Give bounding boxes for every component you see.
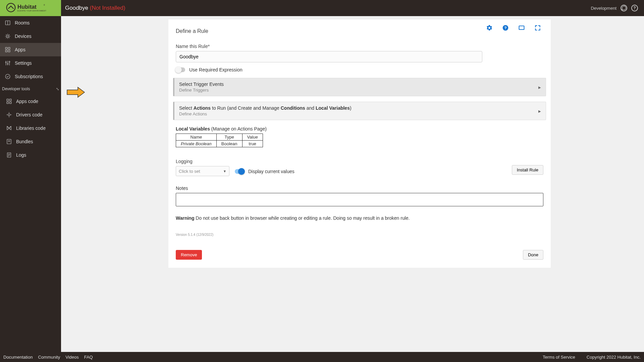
table-row: Private Boolean Boolean true (176, 141, 263, 147)
local-vars-title: Local Variables (176, 126, 210, 132)
logging-label: Logging (176, 159, 229, 164)
svg-line-12 (9, 37, 9, 38)
devices-icon (5, 33, 11, 39)
sidebar-item-apps[interactable]: Apps (0, 43, 61, 56)
sidebar-item-libraries-code[interactable]: Libraries code (0, 121, 61, 135)
svg-line-14 (9, 35, 9, 35)
svg-point-24 (9, 61, 10, 62)
help-icon[interactable]: ? (502, 24, 509, 32)
display-values-toggle[interactable] (235, 169, 244, 174)
remove-button[interactable]: Remove (176, 250, 202, 260)
sidebar-item-drivers-code[interactable]: Drivers code (0, 108, 61, 121)
apps-icon (5, 47, 11, 53)
page-title: Goodbye (Not Installed) (65, 5, 125, 11)
annotation-arrow (66, 87, 85, 98)
page-title-text: Goodbye (65, 5, 88, 11)
sidebar-item-subscriptions[interactable]: Subscriptions (0, 70, 61, 83)
required-expression-label: Use Required Expression (189, 67, 243, 72)
screen-icon[interactable] (518, 24, 525, 32)
sidebar-item-bundles[interactable]: Bundles (0, 135, 61, 148)
logo[interactable]: Hubitat ELEVATE YOUR ENVIRONMENT ® (0, 0, 61, 16)
logs-icon (6, 152, 12, 158)
development-label: Development (591, 6, 616, 11)
content-area: ? Define a Rule Name this Rule* Use Requ… (61, 16, 644, 352)
local-vars-hint: (Manage on Actions Page) (210, 126, 267, 132)
actions-card[interactable]: Select Actions to Run (and Create and Ma… (173, 102, 546, 120)
subscriptions-icon (5, 73, 11, 80)
sidebar-label: Subscriptions (15, 74, 43, 79)
sidebar-section-developer[interactable]: Developer tools ⤡ (0, 83, 61, 95)
th-type: Type (216, 134, 242, 141)
version-text: Version 5.1.4 (12/9/2022) (176, 233, 543, 237)
sidebar-label: Apps code (16, 99, 38, 104)
svg-line-13 (6, 37, 7, 38)
warning-text: Warning Do not use back button in browse… (176, 215, 543, 221)
settings-icon (5, 60, 11, 66)
libraries-code-icon (6, 125, 12, 131)
topbar: Hubitat ELEVATE YOUR ENVIRONMENT ® Goodb… (0, 0, 644, 16)
sidebar-item-devices[interactable]: Devices (0, 30, 61, 43)
fullscreen-icon[interactable] (534, 24, 541, 32)
display-values-label: Display current values (248, 169, 294, 174)
svg-point-0 (7, 3, 15, 12)
help-icon[interactable]: ? (631, 5, 638, 11)
svg-rect-29 (10, 102, 11, 104)
sidebar-label: Logs (16, 152, 26, 158)
svg-text:ELEVATE YOUR ENVIRONMENT: ELEVATE YOUR ENVIRONMENT (17, 10, 46, 12)
svg-point-25 (5, 74, 10, 79)
notes-textarea[interactable] (176, 193, 543, 206)
footer-link-videos[interactable]: Videos (65, 355, 79, 360)
local-variables-section: Local Variables (Manage on Actions Page)… (176, 126, 543, 147)
svg-rect-16 (8, 47, 10, 49)
svg-point-22 (7, 63, 8, 64)
collapse-icon[interactable]: ⤡ (56, 87, 59, 91)
svg-rect-28 (7, 102, 8, 104)
gear-icon[interactable] (486, 24, 493, 32)
notes-label: Notes (176, 186, 543, 191)
svg-text:®: ® (44, 4, 45, 6)
footer-link-faq[interactable]: FAQ (84, 355, 93, 360)
td-value: true (242, 141, 263, 147)
footer-link-community[interactable]: Community (38, 355, 60, 360)
bundles-icon (6, 139, 12, 145)
footer: Documentation Community Videos FAQ Terms… (0, 352, 644, 362)
dropdown-icon: ▼ (223, 169, 226, 173)
svg-rect-44 (519, 26, 524, 30)
td-name: Private Boolean (176, 141, 217, 147)
sidebar-item-settings[interactable]: Settings (0, 56, 61, 70)
rooms-icon (5, 20, 11, 26)
svg-line-11 (6, 35, 7, 35)
svg-rect-17 (5, 50, 7, 52)
svg-rect-26 (7, 99, 8, 101)
done-button[interactable]: Done (523, 250, 543, 260)
sidebar-item-apps-code[interactable]: Apps code (0, 95, 61, 108)
sidebar-item-logs[interactable]: Logs (0, 148, 61, 162)
install-rule-button[interactable]: Install Rule (512, 165, 543, 175)
table-header-row: Name Type Value (176, 134, 263, 141)
svg-text:Hubitat: Hubitat (17, 4, 37, 10)
logging-select[interactable]: Click to set ▼ (176, 166, 229, 176)
chat-icon[interactable] (621, 5, 627, 11)
developer-tools-label: Developer tools (2, 87, 30, 91)
trigger-events-card[interactable]: Select Trigger Events Define Triggers ▶ (173, 78, 546, 96)
sidebar-item-rooms[interactable]: Rooms (0, 16, 61, 30)
trigger-subtitle: Define Triggers (179, 88, 541, 93)
svg-rect-15 (5, 47, 7, 49)
sidebar: Rooms Devices Apps Settings Subscription… (0, 16, 61, 352)
sidebar-label: Apps (15, 47, 25, 52)
apps-code-icon (6, 98, 12, 104)
required-expression-toggle[interactable] (176, 67, 185, 72)
th-name: Name (176, 134, 217, 141)
chevron-right-icon: ▶ (538, 109, 541, 113)
footer-tos[interactable]: Terms of Service (543, 355, 575, 360)
th-value: Value (242, 134, 263, 141)
local-variables-table: Name Type Value Private Boolean Boolean … (176, 134, 263, 147)
footer-link-documentation[interactable]: Documentation (3, 355, 33, 360)
rule-name-input[interactable] (176, 51, 482, 62)
name-label: Name this Rule* (176, 44, 543, 49)
actions-subtitle: Define Actions (179, 111, 541, 116)
svg-point-6 (7, 35, 9, 37)
sidebar-label: Drivers code (16, 112, 43, 117)
sidebar-label: Libraries code (16, 125, 46, 131)
svg-text:?: ? (504, 25, 506, 30)
